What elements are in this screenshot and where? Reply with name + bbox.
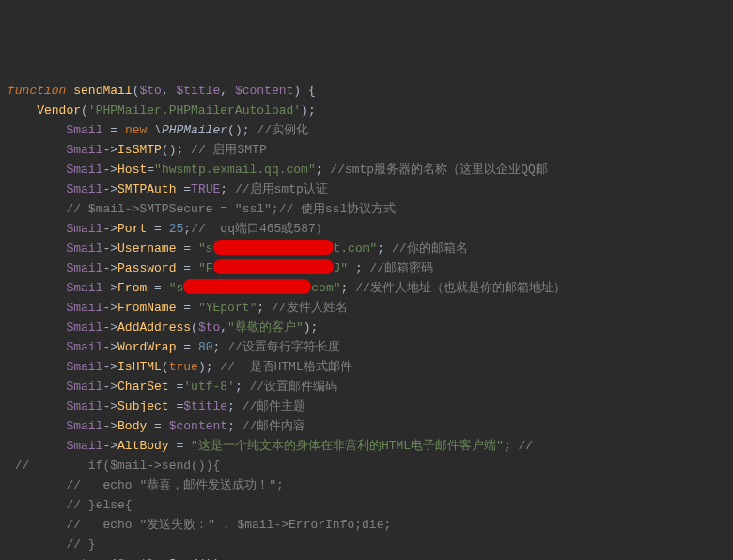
code-line: $mail->FromName = "YEport"; //发件人姓名 [8, 301, 348, 315]
code-line: // } [8, 537, 96, 552]
comment: // $mail->SMTPSecure = "ssl";// 使用ssl协议方… [66, 202, 396, 216]
string: "尊敬的客户" [227, 320, 304, 334]
string: t.com" [334, 241, 378, 256]
prop: FromName [117, 301, 176, 315]
comment: //启用smtp认证 [235, 182, 328, 196]
var: $mail [66, 261, 102, 275]
var: $mail [66, 360, 102, 374]
string: "F [198, 261, 213, 275]
op: -> [102, 241, 117, 256]
op: = [154, 281, 162, 295]
comment: //smtp服务器的名称（这里以企业QQ邮 [330, 163, 547, 177]
var: $mail [66, 163, 102, 177]
var: $mail [66, 241, 102, 256]
op: -> [102, 399, 117, 413]
comment: //邮箱密码 [370, 261, 434, 275]
redacted-block [213, 259, 334, 274]
method: AddAddress [117, 320, 191, 334]
number: 25 [169, 222, 184, 236]
brace: { [308, 84, 316, 98]
code-editor[interactable]: function sendMail($to, $title, $content)… [0, 79, 733, 560]
prop: Body [117, 419, 147, 433]
param: $title [176, 84, 220, 98]
code-line: $mail->From = "scom"; //发件人地址（也就是你的邮箱地址） [8, 281, 566, 295]
op: -> [102, 163, 117, 177]
var: $mail [66, 340, 102, 354]
comment: //邮件主题 [242, 399, 306, 413]
op: -> [102, 439, 117, 453]
prop: AltBody [117, 439, 169, 453]
op: = [183, 301, 191, 315]
comment: //发件人地址（也就是你的邮箱地址） [355, 281, 566, 295]
code-line: $mail->Host="hwsmtp.exmail.qq.com"; //sm… [8, 163, 548, 177]
prop: Username [117, 241, 176, 256]
string: "YEport" [198, 301, 257, 315]
op: -> [102, 143, 117, 157]
var: $mail [66, 281, 102, 295]
code-line: $mail->Body = $content; //邮件内容 [8, 419, 305, 433]
op: -> [102, 182, 117, 196]
op: -> [102, 360, 117, 374]
var: $mail [66, 399, 102, 413]
redacted-block [213, 240, 334, 255]
param: $to [139, 84, 161, 98]
string: 'utf-8' [183, 380, 235, 394]
op: -> [102, 340, 117, 354]
comment: //实例化 [257, 123, 308, 137]
code-line: Vendor('PHPMailer.PHPMailerAutoload'); [8, 103, 316, 117]
string: com" [311, 281, 340, 295]
call: Vendor [37, 103, 81, 117]
op: -> [102, 261, 117, 275]
string: J" [334, 261, 355, 275]
method: IsSMTP [117, 143, 162, 157]
op: -> [102, 222, 117, 236]
param: $content [235, 84, 293, 98]
var: $mail [66, 123, 102, 137]
code-line: function sendMail($to, $title, $content)… [8, 84, 316, 98]
code-line: $mail->CharSet ='utf-8'; //设置邮件编码 [8, 380, 337, 394]
redacted-block [183, 279, 311, 294]
code-line: $mail->Password = "FJ" ; //邮箱密码 [8, 261, 433, 275]
code-line: $mail = new \PHPMailer(); //实例化 [8, 123, 308, 137]
string: "hwsmtp.exmail.qq.com" [154, 163, 316, 177]
string: "s [169, 281, 184, 295]
var: $mail [66, 143, 102, 157]
const: true [169, 360, 198, 374]
op: = [147, 163, 154, 177]
code-line: // if($mail->send()){ [8, 459, 220, 473]
code-line: $mail->AltBody = "这是一个纯文本的身体在非营利的HTML电子邮… [8, 439, 533, 453]
comment: // 是否HTML格式邮件 [220, 360, 351, 374]
prop: From [117, 281, 147, 295]
var: $content [169, 419, 227, 433]
keyword-function: function [8, 84, 66, 98]
prop: WordWrap [117, 340, 176, 354]
kw: new [125, 123, 147, 137]
comment: //设置每行字符长度 [227, 340, 340, 354]
prop: SMTPAuth [117, 182, 176, 196]
op: = [110, 123, 117, 137]
code-line: $mail->IsSMTP(); // 启用SMTP [8, 143, 267, 157]
op: = [154, 222, 162, 236]
prop: Host [117, 163, 147, 177]
code-line: // echo "恭喜，邮件发送成功！"; [8, 478, 284, 492]
param: $to [198, 320, 220, 334]
code-line: $mail->Subject =$title; //邮件主题 [8, 399, 305, 413]
var: $mail [66, 182, 102, 196]
comment: //发件人姓名 [272, 301, 348, 315]
code-line: // $mail->SMTPSecure = "ssl";// 使用ssl协议方… [8, 202, 396, 216]
op: = [154, 419, 162, 433]
comment: // }else{ [66, 498, 132, 512]
op: = [183, 241, 191, 256]
class: \PHPMailer [154, 123, 227, 137]
op: -> [102, 380, 117, 394]
method: IsHTML [117, 360, 162, 374]
comment: //设置邮件编码 [250, 380, 338, 394]
const: TRUE [191, 182, 220, 196]
comment: // echo "发送失败：" . $mail->ErrorInfo;die; [66, 518, 391, 532]
comment: // 启用SMTP [191, 143, 267, 157]
op: = [183, 340, 191, 354]
code-line: // echo "发送失败：" . $mail->ErrorInfo;die; [8, 518, 391, 532]
var: $mail [66, 320, 102, 334]
comment: // [519, 439, 534, 453]
prop: Port [117, 222, 147, 236]
